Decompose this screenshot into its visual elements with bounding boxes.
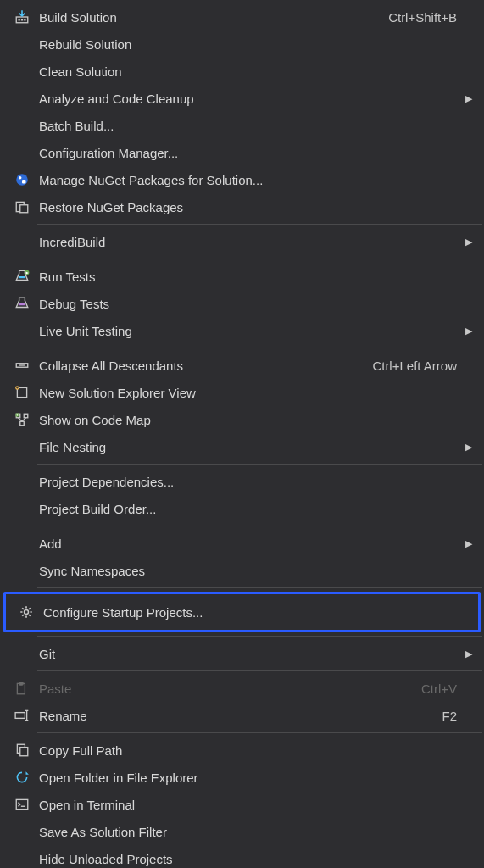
submenu-arrow-icon: ▶	[457, 442, 472, 453]
menu-item-label: Git	[39, 647, 457, 661]
open-folder-icon	[5, 770, 39, 785]
submenu-arrow-icon: ▶	[457, 648, 472, 659]
menu-item-label: Build Solution	[39, 10, 371, 25]
separator	[37, 259, 482, 259]
build-icon	[5, 9, 39, 25]
menu-item-label: Open in Terminal	[39, 798, 457, 812]
menu-item-restore-nuget-packages[interactable]: Restore NuGet Packages	[2, 193, 482, 220]
menu-item-label: Debug Tests	[39, 297, 457, 311]
nuget-icon	[5, 172, 39, 187]
menu-item-label: Clean Solution	[39, 64, 457, 79]
shortcut: Ctrl+Left Arrow	[355, 359, 457, 373]
menu-item-analyze-and-code-cleanup[interactable]: Analyze and Code Cleanup▶	[2, 85, 482, 112]
menu-item-label: File Nesting	[39, 440, 457, 454]
menu-item-label: Paste	[39, 682, 404, 696]
menu-item-label: Project Dependencies...	[39, 475, 457, 489]
menu-item-label: Manage NuGet Packages for Solution...	[39, 173, 457, 187]
menu-item-label: Batch Build...	[39, 119, 457, 133]
separator	[37, 732, 482, 733]
separator	[37, 587, 482, 588]
menu-item-label: IncrediBuild	[39, 235, 457, 249]
menu-item-run-tests[interactable]: Run Tests	[2, 263, 482, 290]
menu-item-label: Configure Startup Projects...	[43, 605, 453, 620]
menu-item-label: Hide Unloaded Projects	[39, 852, 457, 866]
menu-item-live-unit-testing[interactable]: Live Unit Testing▶	[2, 317, 482, 344]
menu-item-open-folder-in-file-explorer[interactable]: Open Folder in File Explorer	[2, 764, 482, 791]
shortcut: Ctrl+V	[404, 682, 457, 696]
separator	[37, 464, 482, 465]
submenu-arrow-icon: ▶	[457, 93, 472, 104]
menu-item-label: Save As Solution Filter	[39, 825, 457, 839]
submenu-arrow-icon: ▶	[457, 326, 472, 337]
shortcut: Ctrl+Shift+B	[371, 10, 457, 25]
collapse-icon	[5, 358, 39, 373]
menu-item-label: Collapse All Descendants	[39, 359, 355, 373]
menu-item-debug-tests[interactable]: Debug Tests	[2, 290, 482, 317]
menu-item-project-build-order[interactable]: Project Build Order...	[2, 495, 482, 522]
menu-item-clean-solution[interactable]: Clean Solution	[2, 58, 482, 85]
new-view-icon	[5, 385, 39, 400]
menu-item-label: Configuration Manager...	[39, 146, 457, 160]
menu-item-open-in-terminal[interactable]: Open in Terminal	[2, 791, 482, 818]
terminal-icon	[5, 797, 39, 812]
menu-item-copy-full-path[interactable]: Copy Full Path	[2, 737, 482, 764]
menu-item-save-as-solution-filter[interactable]: Save As Solution Filter	[2, 818, 482, 845]
shortcut: F2	[425, 709, 457, 723]
copy-icon	[5, 743, 39, 758]
menu-item-project-dependencies[interactable]: Project Dependencies...	[2, 468, 482, 495]
menu-item-label: Project Build Order...	[39, 502, 457, 516]
menu-item-git[interactable]: Git▶	[2, 640, 482, 667]
separator	[37, 224, 482, 225]
separator	[37, 348, 482, 348]
submenu-arrow-icon: ▶	[457, 236, 472, 248]
menu-item-batch-build[interactable]: Batch Build...	[2, 112, 482, 139]
separator	[37, 670, 482, 671]
menu-item-label: New Solution Explorer View	[39, 386, 457, 400]
submenu-arrow-icon: ▶	[457, 538, 472, 549]
menu-item-configure-startup-projects[interactable]: Configure Startup Projects...	[6, 594, 478, 630]
menu-item-label: Rebuild Solution	[39, 37, 457, 52]
highlighted-item: Configure Startup Projects...	[3, 592, 481, 632]
menu-item-label: Show on Code Map	[39, 413, 457, 427]
menu-item-label: Copy Full Path	[39, 743, 457, 758]
code-map-icon	[5, 412, 39, 427]
menu-item-label: Run Tests	[39, 270, 457, 284]
debug-tests-icon	[5, 296, 39, 311]
menu-item-label: Restore NuGet Packages	[39, 200, 457, 214]
separator	[37, 636, 482, 637]
menu-item-file-nesting[interactable]: File Nesting▶	[2, 433, 482, 460]
menu-item-incredibuild[interactable]: IncrediBuild▶	[2, 228, 482, 255]
menu-item-rebuild-solution[interactable]: Rebuild Solution	[2, 31, 482, 58]
paste-icon	[5, 681, 39, 696]
menu-item-label: Sync Namespaces	[39, 564, 457, 578]
run-tests-icon	[5, 269, 39, 284]
menu-item-configuration-manager[interactable]: Configuration Manager...	[2, 139, 482, 166]
menu-item-sync-namespaces[interactable]: Sync Namespaces	[2, 557, 482, 584]
menu-item-rename[interactable]: RenameF2	[2, 702, 482, 729]
context-menu: Build SolutionCtrl+Shift+BRebuild Soluti…	[0, 0, 484, 868]
restore-icon	[5, 199, 39, 214]
menu-item-collapse-all-descendants[interactable]: Collapse All DescendantsCtrl+Left Arrow	[2, 352, 482, 379]
menu-item-manage-nuget-packages-for-solution[interactable]: Manage NuGet Packages for Solution...	[2, 166, 482, 193]
menu-item-label: Analyze and Code Cleanup	[39, 92, 457, 106]
menu-item-hide-unloaded-projects[interactable]: Hide Unloaded Projects	[2, 845, 482, 868]
separator	[37, 526, 482, 526]
menu-item-label: Rename	[39, 709, 425, 723]
gear-icon	[9, 604, 43, 620]
menu-item-add[interactable]: Add▶	[2, 530, 482, 557]
menu-item-show-on-code-map[interactable]: Show on Code Map	[2, 406, 482, 433]
menu-item-label: Add	[39, 537, 457, 551]
menu-item-new-solution-explorer-view[interactable]: New Solution Explorer View	[2, 379, 482, 406]
rename-icon	[5, 708, 39, 723]
menu-item-label: Open Folder in File Explorer	[39, 771, 457, 785]
menu-item-paste: PasteCtrl+V	[2, 675, 482, 702]
menu-item-label: Live Unit Testing	[39, 324, 457, 338]
menu-item-build-solution[interactable]: Build SolutionCtrl+Shift+B	[2, 3, 482, 31]
